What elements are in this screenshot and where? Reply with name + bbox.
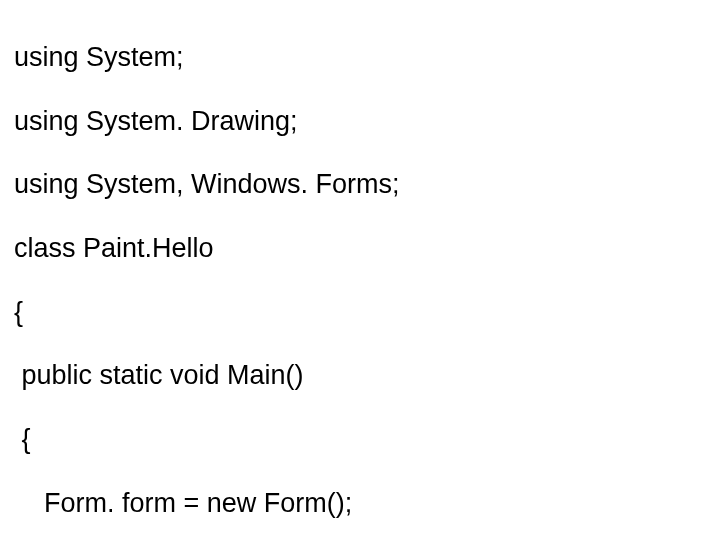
code-line: { [14, 424, 706, 456]
code-line: public static void Main() [14, 360, 706, 392]
code-line: Form. form = new Form(); [14, 488, 706, 520]
code-line: using System; [14, 42, 706, 74]
code-block: using System; using System. Drawing; usi… [0, 0, 720, 540]
code-line: { [14, 297, 706, 329]
code-line: class Paint.Hello [14, 233, 706, 265]
code-line: using System. Drawing; [14, 106, 706, 138]
code-line: using System, Windows. Forms; [14, 169, 706, 201]
